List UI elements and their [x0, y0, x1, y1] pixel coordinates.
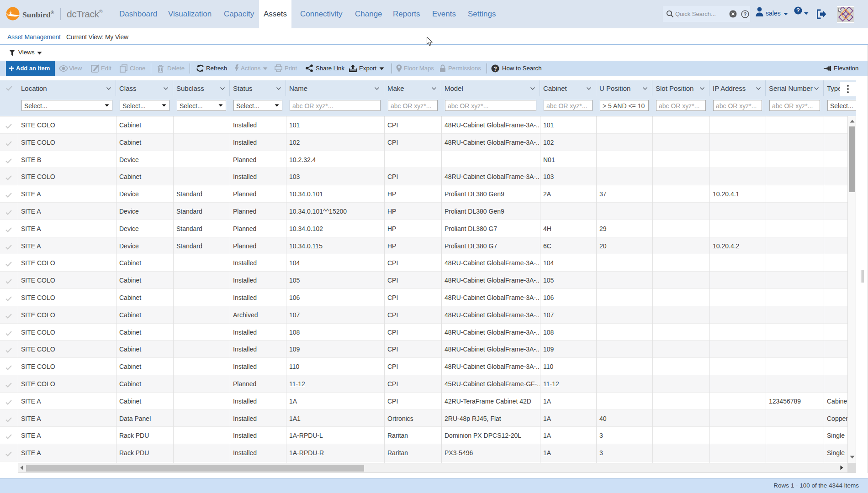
- svg-text:?: ?: [796, 7, 800, 14]
- svg-text:?: ?: [744, 11, 747, 17]
- svg-text:?: ?: [493, 66, 497, 72]
